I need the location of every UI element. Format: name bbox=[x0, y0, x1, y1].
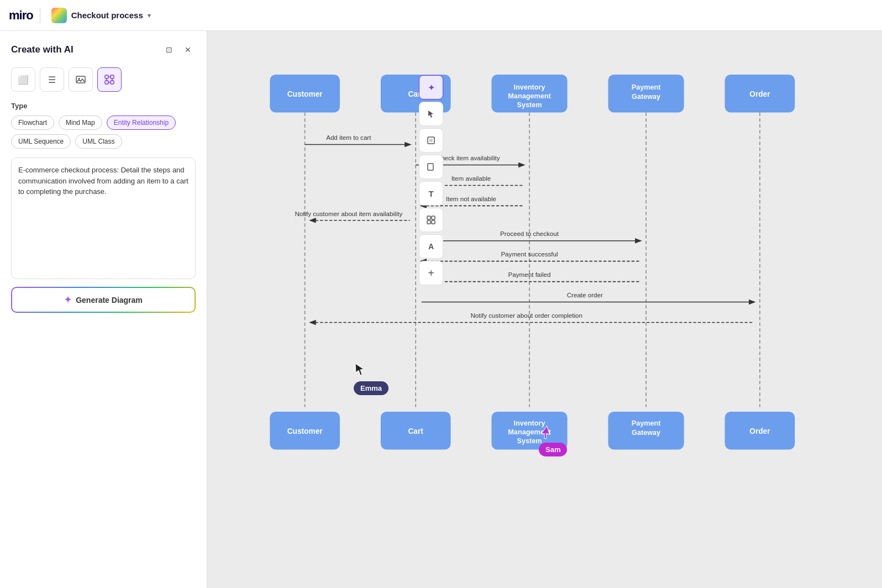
text-tool-button[interactable]: T bbox=[419, 181, 443, 206]
sam-avatar: Sam bbox=[539, 443, 567, 456]
miro-logo: miro bbox=[9, 8, 33, 23]
right-toolbar: ✦ T A + bbox=[419, 75, 443, 285]
svg-rect-0 bbox=[76, 76, 85, 83]
svg-rect-12 bbox=[428, 164, 433, 170]
entity-cart-bottom: Cart bbox=[408, 427, 423, 435]
project-icon bbox=[51, 8, 67, 23]
sparkle-tool-button[interactable]: ✦ bbox=[419, 75, 443, 99]
svg-rect-13 bbox=[427, 216, 431, 219]
cursor-arrow-emma bbox=[354, 363, 366, 377]
msg-add-item: Add item to cart bbox=[326, 134, 371, 141]
topbar-divider bbox=[40, 8, 40, 23]
panel-icon-group: ⊡ ✕ bbox=[161, 42, 196, 57]
msg-notify-availability: Notify customer about item availability bbox=[295, 210, 402, 217]
svg-rect-2 bbox=[105, 75, 108, 78]
sparkle-icon: ✦ bbox=[64, 295, 71, 305]
msg-check-availability: Check item availability bbox=[437, 154, 500, 161]
tool-icons-row: ⬜ ☰ bbox=[11, 67, 196, 92]
expand-panel-button[interactable]: ⊡ bbox=[161, 42, 177, 57]
entity-inventory-top: Inventory bbox=[514, 83, 545, 91]
svg-rect-14 bbox=[432, 216, 435, 219]
emma-cursor: Emma bbox=[354, 363, 389, 395]
svg-rect-15 bbox=[427, 221, 431, 224]
panel-title: Create with AI bbox=[11, 44, 74, 55]
svg-text:System: System bbox=[517, 437, 542, 445]
main-area: Create with AI ⊡ ✕ ⬜ ☰ bbox=[0, 31, 882, 588]
prompt-input[interactable]: E-commerce checkout process: Detail the … bbox=[11, 158, 196, 279]
entity-customer-top: Customer bbox=[287, 90, 323, 98]
tag-uml-sequence[interactable]: UML Sequence bbox=[11, 134, 71, 149]
cursor-tool-button[interactable] bbox=[419, 102, 443, 126]
pen-tool-button[interactable]: A bbox=[419, 234, 443, 259]
shapes-tool-button[interactable] bbox=[419, 208, 443, 232]
entity-order-top: Order bbox=[749, 90, 770, 98]
svg-rect-4 bbox=[105, 81, 108, 84]
svg-text:Management: Management bbox=[508, 92, 551, 100]
svg-rect-11 bbox=[429, 139, 433, 142]
msg-create-order: Create order bbox=[567, 291, 603, 298]
svg-text:Gateway: Gateway bbox=[632, 93, 660, 101]
diagram-tool[interactable] bbox=[97, 67, 122, 92]
svg-rect-16 bbox=[432, 221, 435, 224]
type-label: Type bbox=[11, 102, 196, 110]
emma-avatar: Emma bbox=[354, 381, 389, 395]
svg-rect-5 bbox=[111, 81, 114, 84]
svg-rect-3 bbox=[111, 75, 114, 78]
tag-uml-class[interactable]: UML Class bbox=[75, 134, 122, 149]
chevron-down-icon: ▾ bbox=[148, 12, 151, 19]
entity-payment-bottom: Payment bbox=[632, 419, 662, 427]
sticky-note-tool[interactable]: ⬜ bbox=[11, 67, 35, 92]
image-tool[interactable] bbox=[69, 67, 93, 92]
project-title: Checkout process bbox=[71, 11, 143, 20]
msg-payment-failed: Payment failed bbox=[508, 271, 551, 278]
svg-text:Gateway: Gateway bbox=[632, 429, 660, 437]
msg-payment-successful: Payment successful bbox=[501, 250, 558, 258]
sequence-diagram: Customer Cart Inventory Management Syste… bbox=[235, 31, 876, 532]
tag-flowchart[interactable]: Flowchart bbox=[11, 116, 54, 130]
svg-text:System: System bbox=[517, 101, 542, 109]
sam-cursor: Sam bbox=[539, 426, 567, 456]
tag-mindmap[interactable]: Mind Map bbox=[59, 116, 102, 130]
cursor-arrow-sam bbox=[537, 424, 553, 442]
entity-payment-top: Payment bbox=[632, 83, 662, 91]
generate-diagram-button[interactable]: ✦ Generate Diagram bbox=[11, 287, 196, 313]
note-tool-button[interactable] bbox=[419, 155, 443, 179]
tags-row: Flowchart Mind Map Entity Relationship U… bbox=[11, 116, 196, 149]
msg-notify-order: Notify customer about order completion bbox=[470, 312, 582, 319]
panel-header: Create with AI ⊡ ✕ bbox=[11, 42, 196, 57]
frame-tool-button[interactable] bbox=[419, 128, 443, 153]
msg-item-not-available: Item not available bbox=[446, 195, 496, 202]
document-tool[interactable]: ☰ bbox=[40, 67, 64, 92]
left-panel: Create with AI ⊡ ✕ ⬜ ☰ bbox=[0, 31, 207, 588]
topbar: miro Checkout process ▾ bbox=[0, 0, 882, 31]
add-tool-button[interactable]: + bbox=[419, 261, 443, 285]
tag-entity-relationship[interactable]: Entity Relationship bbox=[107, 116, 176, 130]
generate-btn-label: Generate Diagram bbox=[76, 296, 143, 305]
close-panel-button[interactable]: ✕ bbox=[180, 42, 196, 57]
entity-order-bottom: Order bbox=[749, 427, 770, 435]
canvas-area[interactable]: ✦ T A + bbox=[207, 31, 882, 588]
msg-item-available: Item available bbox=[452, 175, 491, 182]
msg-proceed-checkout: Proceed to checkout bbox=[500, 230, 559, 237]
entity-customer-bottom: Customer bbox=[287, 427, 323, 435]
topbar-project[interactable]: Checkout process ▾ bbox=[47, 6, 155, 25]
